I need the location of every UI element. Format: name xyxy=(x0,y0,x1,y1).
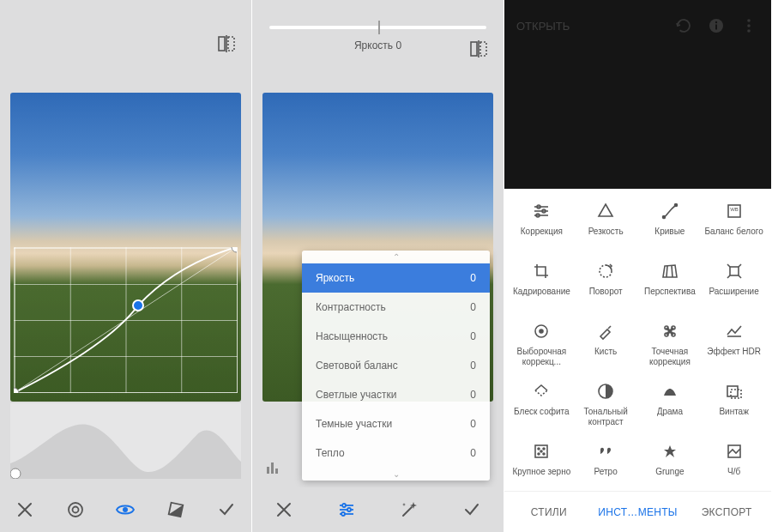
undo-icon[interactable] xyxy=(673,15,694,36)
tool-item[interactable]: Кривые xyxy=(638,201,703,257)
tool-icon xyxy=(725,321,744,342)
luminance-channel-icon[interactable] xyxy=(106,491,144,529)
svg-rect-43 xyxy=(730,267,739,275)
chevron-up-icon[interactable]: ⌃ xyxy=(302,251,490,263)
tool-item[interactable]: Драма xyxy=(638,381,703,438)
auto-enhance-icon[interactable] xyxy=(390,491,428,529)
compare-icon[interactable] xyxy=(469,39,488,61)
tool-icon xyxy=(596,441,615,462)
svg-point-37 xyxy=(674,204,677,207)
tune-icon[interactable] xyxy=(328,491,365,529)
tool-item[interactable]: Резкость xyxy=(574,201,638,257)
chevron-down-icon[interactable]: ⌄ xyxy=(302,468,490,481)
tool-icon xyxy=(660,321,679,342)
tool-item[interactable]: Поворот xyxy=(574,261,638,317)
svg-point-4 xyxy=(14,388,19,393)
tool-label: Точечная коррекция xyxy=(640,347,701,367)
tool-label: Тональный контраст xyxy=(576,407,636,427)
rgb-channel-icon[interactable] xyxy=(57,491,94,529)
svg-rect-16 xyxy=(271,462,274,474)
tools-panel: ОТКРЫТЬ КоррекцияРезкостьКривыеWBБаланс … xyxy=(504,0,772,532)
tool-item[interactable]: Тональный контраст xyxy=(574,381,638,438)
tool-label: Кисть xyxy=(594,347,617,367)
tool-label: Расширение xyxy=(709,287,758,307)
tool-item[interactable]: WBБаланс белого xyxy=(702,201,766,257)
tool-icon xyxy=(532,261,551,281)
accept-icon[interactable] xyxy=(453,491,491,529)
tool-item[interactable]: Винтаж xyxy=(702,381,766,438)
tool-item[interactable]: Кисть xyxy=(574,321,638,378)
open-button[interactable]: ОТКРЫТЬ xyxy=(516,20,661,33)
tool-icon xyxy=(660,261,679,281)
svg-point-7 xyxy=(10,469,21,479)
svg-point-54 xyxy=(538,448,540,450)
adjustment-row[interactable]: Тепло0 xyxy=(302,438,490,468)
adjustment-row[interactable]: Светлые участки0 xyxy=(302,380,490,409)
compare-icon[interactable] xyxy=(217,34,236,56)
slider-value-label: Яркость 0 xyxy=(252,39,504,51)
adjustment-label: Яркость xyxy=(316,272,354,284)
info-icon[interactable] xyxy=(706,15,727,36)
svg-point-58 xyxy=(540,450,542,452)
close-icon[interactable] xyxy=(265,491,303,529)
tool-item[interactable]: Выборочная коррекц... xyxy=(510,321,574,378)
tool-item[interactable]: Эффект HDR xyxy=(702,321,766,378)
more-icon[interactable] xyxy=(739,15,759,36)
tool-label: Блеск софита xyxy=(514,407,570,427)
tool-label: Ч/б xyxy=(727,467,740,487)
tone-curve[interactable] xyxy=(14,247,237,393)
svg-point-6 xyxy=(232,247,237,252)
tune-image-panel: Яркость 0 ⌃ Яркость0Контрастность0Насыще… xyxy=(252,0,504,532)
tool-item[interactable]: Ч/б xyxy=(702,441,766,491)
adjustment-value: 0 xyxy=(470,272,476,284)
histogram-area xyxy=(10,403,241,479)
tool-item[interactable]: Grunge xyxy=(638,441,703,491)
tool-item[interactable]: Расширение xyxy=(702,261,766,317)
contrast-channel-icon[interactable] xyxy=(157,491,195,529)
svg-rect-17 xyxy=(275,469,278,474)
svg-rect-13 xyxy=(480,42,486,56)
bottom-tab[interactable]: ЭКСПОРТ xyxy=(682,492,771,532)
svg-point-57 xyxy=(543,453,545,455)
svg-point-8 xyxy=(69,503,82,517)
tool-item[interactable]: Перспектива xyxy=(638,261,703,317)
adjustment-row[interactable]: Световой баланс0 xyxy=(302,351,490,380)
tool-item[interactable]: Кадрирование xyxy=(510,261,574,317)
svg-rect-0 xyxy=(219,37,225,51)
tool-icon xyxy=(725,261,744,281)
accept-icon[interactable] xyxy=(208,491,245,529)
adjustment-row[interactable]: Контрастность0 xyxy=(302,293,490,322)
svg-point-23 xyxy=(341,512,345,516)
histogram-toggle-icon[interactable] xyxy=(266,459,281,477)
app-header: ОТКРЫТЬ xyxy=(504,0,771,51)
bottom-tabs: СТИЛИИНСТ…МЕНТЫЭКСПОРТ xyxy=(504,491,771,532)
bottom-tab[interactable]: ИНСТ…МЕНТЫ xyxy=(594,492,683,532)
tool-item[interactable]: Ретро xyxy=(574,441,638,491)
adjustment-label: Темные участки xyxy=(316,418,392,430)
tool-label: Винтаж xyxy=(719,407,749,427)
tool-label: Резкость xyxy=(588,227,624,247)
tool-item[interactable]: Крупное зерно xyxy=(510,441,574,491)
tool-label: Крупное зерно xyxy=(512,467,570,487)
tool-icon xyxy=(532,321,551,342)
tool-item[interactable]: Блеск софита xyxy=(510,381,574,438)
adjustments-list[interactable]: ⌃ Яркость0Контрастность0Насыщенность0Све… xyxy=(302,251,490,481)
adjustment-row[interactable]: Насыщенность0 xyxy=(302,322,490,351)
tool-item[interactable]: Коррекция xyxy=(510,201,574,257)
photo-preview[interactable] xyxy=(10,93,241,402)
svg-point-49 xyxy=(672,333,675,336)
adjustment-value: 0 xyxy=(470,360,476,372)
image-well[interactable] xyxy=(504,51,771,189)
adjustment-row[interactable]: Яркость0 xyxy=(302,263,490,293)
bottom-tab[interactable]: СТИЛИ xyxy=(504,492,594,532)
adjustment-value: 0 xyxy=(470,301,476,313)
svg-point-26 xyxy=(715,21,717,23)
tool-icon xyxy=(596,381,615,402)
tool-item[interactable]: Точечная коррекция xyxy=(638,321,703,378)
close-icon[interactable] xyxy=(6,491,44,529)
adjustment-row[interactable]: Темные участки0 xyxy=(302,409,490,438)
tools-grid: КоррекцияРезкостьКривыеWBБаланс белогоКа… xyxy=(504,189,771,491)
svg-point-45 xyxy=(540,329,543,333)
tool-label: Grunge xyxy=(655,467,684,487)
tool-icon xyxy=(725,441,744,462)
